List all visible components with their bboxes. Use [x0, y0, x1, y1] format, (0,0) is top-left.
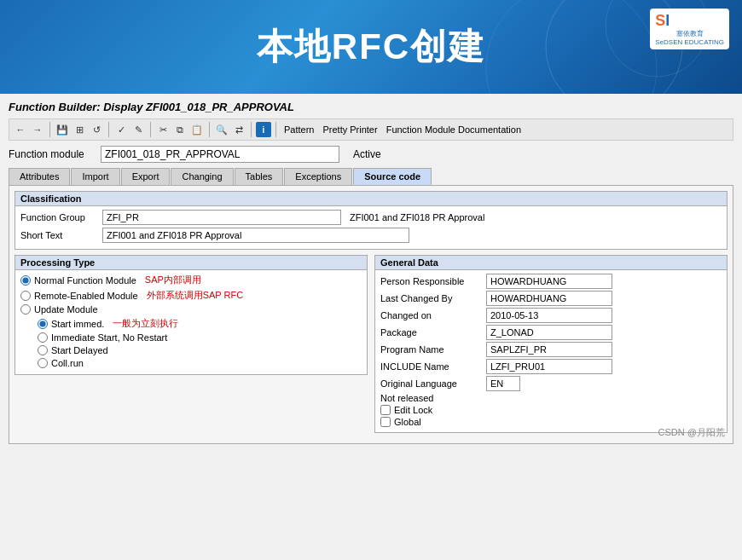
radio-remote: Remote-Enabled Module 外部系统调用SAP RFC	[20, 289, 362, 302]
radio-no-restart-input[interactable]	[38, 332, 48, 343]
logo-i: I	[665, 12, 670, 29]
save-icon[interactable]: 💾	[55, 122, 70, 137]
last-changed-by-row: Last Changed By	[380, 291, 722, 306]
orig-lang-row: Original Language	[380, 376, 722, 391]
pattern-link[interactable]: Pattern	[281, 124, 317, 135]
radio-normal: Normal Function Module SAP内部调用	[20, 274, 362, 286]
include-name-input[interactable]	[486, 359, 612, 374]
changed-on-row: Changed on	[380, 308, 722, 323]
general-data-section: General Data Person Responsible Last Cha…	[374, 255, 728, 433]
logo: SI 塞依教育 SeDSEN EDUCATING	[655, 12, 724, 46]
forward-icon[interactable]: →	[30, 122, 45, 137]
person-responsible-label: Person Responsible	[380, 276, 483, 286]
logo-subtitle: SeDSEN EDUCATING	[655, 38, 724, 47]
include-name-label: INCLUDE Name	[380, 361, 483, 372]
sep5	[251, 122, 252, 137]
logo-box: SI 塞依教育 SeDSEN EDUCATING	[650, 9, 729, 49]
sep1	[49, 122, 50, 137]
paste-icon[interactable]: 📋	[189, 122, 205, 137]
main-area: Function Builder: Display ZFI001_018_PR_…	[0, 94, 742, 560]
back-icon[interactable]: ←	[13, 122, 28, 137]
classification-title: Classification	[15, 192, 727, 206]
start-immed-annotation: 一般为立刻执行	[113, 317, 178, 330]
replace-icon[interactable]: ⇄	[231, 122, 246, 137]
fm-status: Active	[353, 148, 381, 160]
package-row: Package	[380, 325, 722, 340]
pretty-printer-link[interactable]: Pretty Printer	[319, 124, 380, 135]
radio-update: Update Module	[20, 304, 362, 315]
last-changed-by-input[interactable]	[486, 291, 612, 306]
general-data-title: General Data	[375, 256, 727, 270]
tab-tables[interactable]: Tables	[235, 168, 284, 185]
not-released-label: Not released	[380, 393, 483, 403]
general-data-body: Person Responsible Last Changed By Chang…	[375, 270, 727, 432]
fm-row: Function module Active	[9, 144, 733, 165]
sub-radio-group: Start immed. 一般为立刻执行 Immediate Start, No…	[38, 317, 362, 368]
radio-remote-input[interactable]	[20, 291, 31, 301]
info-icon[interactable]: i	[256, 122, 271, 137]
edit-lock-label: Edit Lock	[394, 405, 432, 415]
cut-icon[interactable]: ✂	[155, 122, 171, 137]
fb-title: Function Builder: Display ZFI001_018_PR_…	[9, 99, 733, 115]
radio-normal-label: Normal Function Module	[34, 275, 136, 286]
changed-on-label: Changed on	[380, 310, 483, 320]
processing-type-section: Processing Type Normal Function Module S…	[14, 255, 368, 375]
changed-on-input[interactable]	[486, 308, 612, 323]
radio-start-immed-label: Start immed.	[51, 319, 104, 329]
function-group-label: Function Group	[20, 212, 97, 222]
tab-exceptions[interactable]: Exceptions	[284, 168, 352, 185]
logo-s: S	[655, 12, 665, 29]
radio-start-immed-input[interactable]	[38, 319, 48, 329]
tab-changing[interactable]: Changing	[171, 168, 233, 185]
package-input[interactable]	[486, 325, 612, 340]
copy-icon[interactable]: ⧉	[172, 122, 188, 137]
radio-update-label: Update Module	[34, 304, 98, 315]
processing-type-title: Processing Type	[15, 256, 367, 270]
radio-normal-input[interactable]	[20, 275, 31, 286]
program-name-row: Program Name	[380, 342, 722, 357]
fm-label: Function module	[9, 148, 94, 160]
radio-coll-run-input[interactable]	[38, 358, 48, 368]
global-checkbox[interactable]	[380, 417, 391, 427]
page-title: 本地RFC创建	[257, 23, 485, 71]
not-released-row: Not released	[380, 393, 722, 403]
shortcut-icon[interactable]: ⊞	[72, 122, 87, 137]
person-responsible-input[interactable]	[486, 274, 612, 289]
function-group-row: Function Group ZFI001 and ZFI018 PR Appr…	[20, 210, 722, 225]
function-group-desc: ZFI001 and ZFI018 PR Approval	[346, 211, 488, 223]
refresh-icon[interactable]: ↺	[89, 122, 104, 137]
tab-export[interactable]: Export	[121, 168, 171, 185]
edit-lock-checkbox[interactable]	[380, 405, 391, 415]
fm-documentation-link[interactable]: Function Module Documentation	[383, 124, 525, 135]
include-name-row: INCLUDE Name	[380, 359, 722, 374]
find-icon[interactable]: 🔍	[214, 122, 229, 137]
function-group-input[interactable]	[102, 210, 341, 225]
radio-start-delayed-label: Start Delayed	[51, 345, 108, 355]
radio-remote-label: Remote-Enabled Module	[34, 291, 138, 301]
tab-attributes[interactable]: Attributes	[9, 168, 70, 185]
tab-source-code[interactable]: Source code	[353, 168, 432, 185]
edit-icon[interactable]: ✎	[130, 122, 146, 137]
two-col: Processing Type Normal Function Module S…	[14, 255, 728, 438]
radio-group: Normal Function Module SAP内部调用 Remote-En…	[15, 270, 367, 374]
toolbar: ← → 💾 ⊞ ↺ ✓ ✎ ✂ ⧉ 📋 🔍 ⇄ i Pattern Pretty…	[9, 118, 733, 141]
tab-import[interactable]: Import	[71, 168, 119, 185]
orig-lang-input[interactable]	[486, 376, 520, 391]
program-name-input[interactable]	[486, 342, 612, 357]
radio-update-input[interactable]	[20, 304, 31, 315]
sep2	[108, 122, 109, 137]
tabs-row: Attributes Import Export Changing Tables…	[9, 168, 733, 185]
last-changed-by-label: Last Changed By	[380, 293, 483, 303]
watermark: CSDN @月阳荒	[658, 426, 725, 439]
edit-lock-row: Edit Lock	[380, 405, 722, 415]
processing-type-col: Processing Type Normal Function Module S…	[14, 255, 368, 438]
person-responsible-row: Person Responsible	[380, 274, 722, 289]
check-icon[interactable]: ✓	[113, 122, 129, 137]
fm-input[interactable]	[101, 146, 339, 163]
sep3	[150, 122, 151, 137]
short-text-row: Short Text	[20, 228, 722, 243]
logo-brand: 塞依教育	[655, 30, 724, 38]
radio-start-immed: Start immed. 一般为立刻执行	[38, 317, 362, 330]
short-text-input[interactable]	[102, 228, 409, 243]
radio-start-delayed-input[interactable]	[38, 345, 48, 355]
